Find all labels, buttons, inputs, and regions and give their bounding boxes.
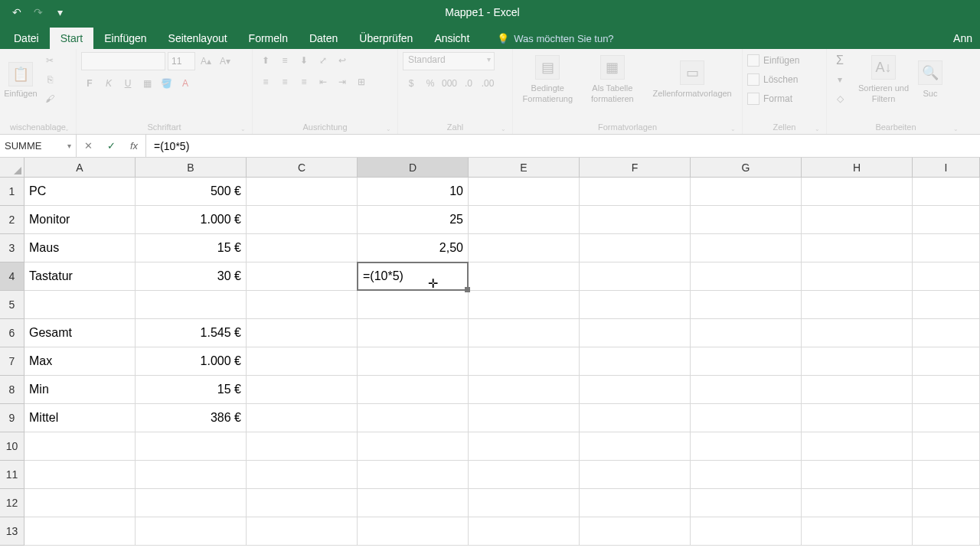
row-header-6[interactable]: 6 <box>0 319 24 347</box>
autosum-icon[interactable]: Σ <box>831 52 848 69</box>
row-header-12[interactable]: 12 <box>0 489 24 517</box>
cell-H9[interactable] <box>802 404 913 432</box>
cell-E9[interactable] <box>469 404 580 432</box>
row-header-7[interactable]: 7 <box>0 347 24 376</box>
cell-I3[interactable] <box>913 234 980 262</box>
cell-F2[interactable] <box>580 206 691 234</box>
active-cell-editor[interactable]: =(10*5) <box>357 262 469 291</box>
cell-D8[interactable] <box>358 376 469 404</box>
cell-G9[interactable] <box>691 404 802 432</box>
cell-C5[interactable] <box>247 291 358 319</box>
borders-icon[interactable]: ▦ <box>139 75 155 92</box>
cell-H13[interactable] <box>802 517 913 546</box>
indent-dec-icon[interactable]: ⇤ <box>315 73 332 90</box>
cell-E8[interactable] <box>469 376 580 404</box>
cells-area[interactable]: PC500 €10Monitor1.000 €25Maus15 €2,50Tas… <box>24 178 980 546</box>
cell-H3[interactable] <box>802 234 913 262</box>
cell-I2[interactable] <box>913 206 980 234</box>
percent-icon[interactable]: % <box>422 75 439 92</box>
cell-C9[interactable] <box>247 404 358 432</box>
cell-C11[interactable] <box>247 461 358 489</box>
cell-E4[interactable] <box>469 262 580 291</box>
cell-A8[interactable]: Min <box>24 376 136 404</box>
cell-I8[interactable] <box>913 376 980 404</box>
cell-G4[interactable] <box>691 262 802 291</box>
column-header-H[interactable]: H <box>802 158 913 178</box>
cell-styles-button[interactable]: ▭ Zellenformatvorlagen <box>647 52 737 107</box>
row-header-4[interactable]: 4 <box>0 262 24 291</box>
indent-inc-icon[interactable]: ⇥ <box>334 73 351 90</box>
align-top-icon[interactable]: ⬆ <box>257 52 274 69</box>
cell-B11[interactable] <box>136 461 247 489</box>
conditional-formatting-button[interactable]: ▤ Bedingte Formatierung <box>518 52 578 107</box>
align-center-icon[interactable]: ≡ <box>276 73 293 90</box>
cell-C2[interactable] <box>247 206 358 234</box>
row-header-13[interactable]: 13 <box>0 517 24 546</box>
cell-G1[interactable] <box>691 178 802 206</box>
row-header-9[interactable]: 9 <box>0 404 24 432</box>
cell-F9[interactable] <box>580 404 691 432</box>
cell-A1[interactable]: PC <box>24 178 136 206</box>
tab-file[interactable]: Datei <box>3 28 50 49</box>
cell-E1[interactable] <box>469 178 580 206</box>
cell-H1[interactable] <box>802 178 913 206</box>
column-header-A[interactable]: A <box>24 158 136 178</box>
cell-B3[interactable]: 15 € <box>136 234 247 262</box>
cell-A6[interactable]: Gesamt <box>24 319 136 347</box>
cell-G13[interactable] <box>691 517 802 546</box>
currency-icon[interactable]: $ <box>403 75 420 92</box>
cell-D10[interactable] <box>358 432 469 461</box>
tab-insert[interactable]: Einfügen <box>93 28 157 49</box>
increase-decimal-icon[interactable]: .0 <box>460 75 477 92</box>
cell-E7[interactable] <box>469 347 580 376</box>
cell-F10[interactable] <box>580 432 691 461</box>
tab-home[interactable]: Start <box>50 28 94 49</box>
cell-I13[interactable] <box>913 517 980 546</box>
paste-button[interactable]: 📋 Einfügen <box>5 52 37 107</box>
tab-review[interactable]: Überprüfen <box>348 28 423 49</box>
cell-E3[interactable] <box>469 234 580 262</box>
cell-I6[interactable] <box>913 319 980 347</box>
cell-F8[interactable] <box>580 376 691 404</box>
orientation-icon[interactable]: ⤢ <box>315 52 332 69</box>
row-header-8[interactable]: 8 <box>0 376 24 404</box>
copy-icon[interactable]: ⎘ <box>41 71 58 88</box>
redo-icon[interactable]: ↷ <box>31 5 46 20</box>
cell-A11[interactable] <box>24 461 136 489</box>
column-header-F[interactable]: F <box>580 158 691 178</box>
cell-H2[interactable] <box>802 206 913 234</box>
cell-A5[interactable] <box>24 291 136 319</box>
cell-B7[interactable]: 1.000 € <box>136 347 247 376</box>
cell-F13[interactable] <box>580 517 691 546</box>
cell-F5[interactable] <box>580 291 691 319</box>
cell-D5[interactable] <box>358 291 469 319</box>
formula-input[interactable]: =(10*5) <box>146 135 980 157</box>
cell-F12[interactable] <box>580 489 691 517</box>
cut-icon[interactable]: ✂ <box>41 52 58 69</box>
cell-A2[interactable]: Monitor <box>24 206 136 234</box>
cell-F3[interactable] <box>580 234 691 262</box>
cell-D13[interactable] <box>358 517 469 546</box>
cell-G12[interactable] <box>691 489 802 517</box>
cell-A9[interactable]: Mittel <box>24 404 136 432</box>
italic-button[interactable]: K <box>100 75 117 92</box>
cell-E6[interactable] <box>469 319 580 347</box>
tab-data[interactable]: Daten <box>299 28 348 49</box>
cell-D12[interactable] <box>358 489 469 517</box>
row-header-10[interactable]: 10 <box>0 432 24 461</box>
cell-A3[interactable]: Maus <box>24 234 136 262</box>
row-header-5[interactable]: 5 <box>0 291 24 319</box>
cell-H6[interactable] <box>802 319 913 347</box>
cell-C13[interactable] <box>247 517 358 546</box>
qat-customize-icon[interactable]: ▾ <box>52 5 67 20</box>
cell-F1[interactable] <box>580 178 691 206</box>
font-color-icon[interactable]: A <box>177 75 194 92</box>
cell-B4[interactable]: 30 € <box>136 262 247 291</box>
align-left-icon[interactable]: ≡ <box>257 73 274 90</box>
cell-C7[interactable] <box>247 347 358 376</box>
cell-A10[interactable] <box>24 432 136 461</box>
fill-color-icon[interactable]: 🪣 <box>158 75 175 92</box>
cell-I7[interactable] <box>913 347 980 376</box>
cell-H11[interactable] <box>802 461 913 489</box>
cell-G2[interactable] <box>691 206 802 234</box>
